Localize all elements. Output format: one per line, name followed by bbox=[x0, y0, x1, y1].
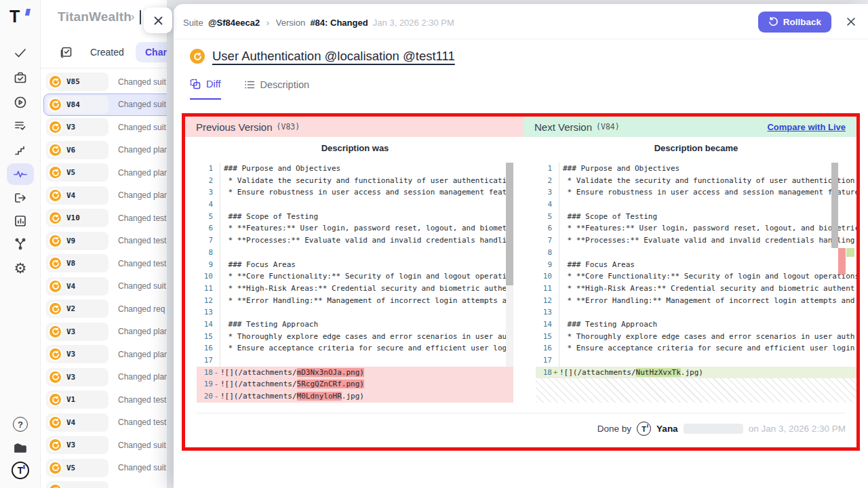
diff-line: 17 bbox=[536, 354, 856, 367]
milestones-steps-icon[interactable] bbox=[7, 140, 34, 161]
diff-line: 4 bbox=[197, 199, 513, 211]
changed-version-badge-icon bbox=[48, 461, 62, 475]
version-list-item[interactable]: V1Changed test bbox=[43, 388, 174, 411]
version-label: V3 bbox=[66, 441, 75, 449]
rollback-button[interactable]: Rollback bbox=[758, 12, 831, 33]
app-logo[interactable]: T bbox=[9, 7, 31, 28]
diff-line: 7 * **Processes:** Evaluate valid and in… bbox=[536, 235, 856, 247]
version-pill: V84 bbox=[46, 96, 108, 114]
version-label: V6 bbox=[66, 146, 75, 155]
description-became-header: Description became bbox=[536, 143, 856, 157]
divider bbox=[41, 68, 174, 68]
diff-line: 2 * Validate the security and functional… bbox=[197, 175, 513, 187]
version-list-item[interactable]: V5Changed suit bbox=[43, 457, 174, 480]
compare-with-live-link[interactable]: Compare with Live bbox=[767, 122, 846, 132]
diff-line: 7 * **Processes:** Evaluate valid and in… bbox=[197, 235, 513, 247]
version-change-summary: Changed suit bbox=[118, 77, 166, 87]
breadcrumb: Suite @Sf84eeca2 › Version #84: Changed … bbox=[183, 18, 454, 28]
diff-line: 5 ### Scope of Testing bbox=[197, 211, 513, 223]
breadcrumb-version-status: #84: Changed bbox=[310, 18, 368, 28]
version-list-item[interactable]: V10Changed test bbox=[43, 207, 174, 230]
avatar[interactable]: T bbox=[7, 460, 34, 481]
page-title[interactable]: User Authentication @localisation @test1… bbox=[212, 49, 455, 64]
tab-description[interactable]: Description bbox=[244, 79, 310, 100]
version-change-summary: Changed plan bbox=[118, 350, 169, 359]
version-change-summary: Changed plan bbox=[118, 145, 169, 155]
version-list-item[interactable]: V6Changed plan bbox=[43, 139, 174, 162]
version-list-item[interactable]: V4Changed test bbox=[43, 411, 174, 434]
changed-version-badge-icon bbox=[48, 483, 62, 488]
check-icon[interactable] bbox=[7, 42, 34, 64]
bar-chart-box-icon[interactable] bbox=[7, 210, 34, 232]
version-list-item[interactable]: V5Changed plan bbox=[43, 161, 174, 184]
tab-created[interactable]: Created bbox=[90, 47, 124, 58]
version-list-item[interactable]: V8Changed test bbox=[43, 252, 174, 275]
diff-line: 1 ### Purpose and Objectives bbox=[536, 163, 856, 175]
previous-version-header: Previous Version (V83) bbox=[185, 117, 524, 137]
exit-run-icon[interactable] bbox=[7, 187, 34, 209]
previous-version-label: Previous Version bbox=[196, 121, 273, 133]
version-list-item[interactable]: V4Changed suit bbox=[43, 275, 174, 298]
scrollbar-thumb[interactable] bbox=[831, 163, 838, 248]
library-icon[interactable] bbox=[7, 437, 34, 459]
diff-line: 18+![](/attachments/NutHzXvxTk.jpg) bbox=[536, 367, 856, 379]
version-list-item[interactable]: V4Changed plan bbox=[43, 184, 174, 207]
version-change-summary: Changed suit bbox=[118, 441, 166, 450]
version-pill: V6 bbox=[46, 141, 108, 159]
version-list-item[interactable]: V9Changed test bbox=[43, 230, 174, 253]
next-version-header: Next Version (V84) Compare with Live bbox=[524, 117, 856, 137]
help-circle-icon[interactable]: ? bbox=[7, 413, 34, 435]
done-by-user: Yana bbox=[656, 424, 678, 434]
diff-line: 8 bbox=[197, 247, 513, 259]
version-pill: V10 bbox=[46, 209, 108, 227]
popup-close-button[interactable] bbox=[144, 7, 172, 33]
version-pill: V85 bbox=[46, 73, 108, 91]
version-list-item[interactable]: V3Changed plan bbox=[43, 321, 174, 344]
modal-close-icon[interactable] bbox=[846, 16, 856, 30]
version-label: V3 bbox=[66, 350, 75, 359]
version-change-summary: Changed req bbox=[118, 304, 165, 314]
diff-line: 18-![](/attachments/mD3Nx3nOJa.png) bbox=[197, 367, 513, 379]
breadcrumb-suite-id[interactable]: @Sf84eeca2 bbox=[208, 18, 260, 28]
version-list-item[interactable]: V84Changed suit bbox=[43, 94, 174, 117]
version-change-summary: Changed plan bbox=[118, 327, 169, 336]
diff-line: 16 * Ensure acceptance criteria for secu… bbox=[536, 342, 856, 354]
version-list-item[interactable]: V3Changed plan bbox=[43, 343, 174, 366]
next-version-number: (V84) bbox=[596, 122, 620, 131]
briefcase-check-icon[interactable] bbox=[7, 67, 34, 89]
diff-compare-icon bbox=[190, 79, 201, 89]
version-label: V8 bbox=[66, 259, 75, 268]
play-circle-icon[interactable] bbox=[7, 92, 34, 113]
versions-panel: TitanWealth › Created Changed V85Changed… bbox=[41, 0, 174, 488]
activity-pulse-icon[interactable] bbox=[7, 163, 34, 185]
version-list-item[interactable]: V85Changed suit bbox=[43, 70, 174, 94]
select-versions-icon[interactable] bbox=[60, 46, 73, 62]
text-caret bbox=[140, 10, 141, 24]
tab-diff[interactable]: Diff bbox=[190, 79, 221, 100]
changed-version-badge-icon bbox=[48, 370, 62, 384]
version-change-summary: Changed suit bbox=[118, 463, 166, 472]
version-pill: V3 bbox=[46, 323, 108, 341]
changed-version-badge-icon bbox=[48, 211, 62, 225]
diff-line: 4 bbox=[536, 199, 856, 211]
diff-ruler-added-marker bbox=[846, 248, 854, 257]
version-change-summary: Changed plan bbox=[118, 372, 169, 382]
version-pill: V3 bbox=[46, 368, 108, 386]
changed-version-badge-icon bbox=[48, 279, 62, 293]
version-list-item[interactable]: V2Changed req bbox=[43, 298, 174, 321]
previous-version-number: (V83) bbox=[277, 122, 300, 131]
version-label: V5 bbox=[66, 464, 75, 472]
branch-icon[interactable] bbox=[7, 233, 34, 255]
version-list-item[interactable] bbox=[43, 479, 174, 488]
workspace-name[interactable]: TitanWealth bbox=[58, 9, 132, 24]
version-pill: V8 bbox=[46, 254, 108, 272]
changed-version-badge-icon bbox=[48, 347, 62, 361]
divider bbox=[174, 39, 868, 39]
gear-icon[interactable]: ⚙ bbox=[7, 257, 34, 279]
list-check-icon[interactable] bbox=[7, 115, 34, 136]
version-list-item[interactable]: V3Changed suit bbox=[43, 434, 174, 457]
version-list-item[interactable]: V3Changed suit bbox=[43, 116, 174, 139]
version-list-item[interactable]: V3Changed plan bbox=[43, 366, 174, 389]
sidebar-rail: T ⚙ ? T bbox=[0, 0, 41, 488]
scrollbar-thumb[interactable] bbox=[506, 163, 513, 285]
